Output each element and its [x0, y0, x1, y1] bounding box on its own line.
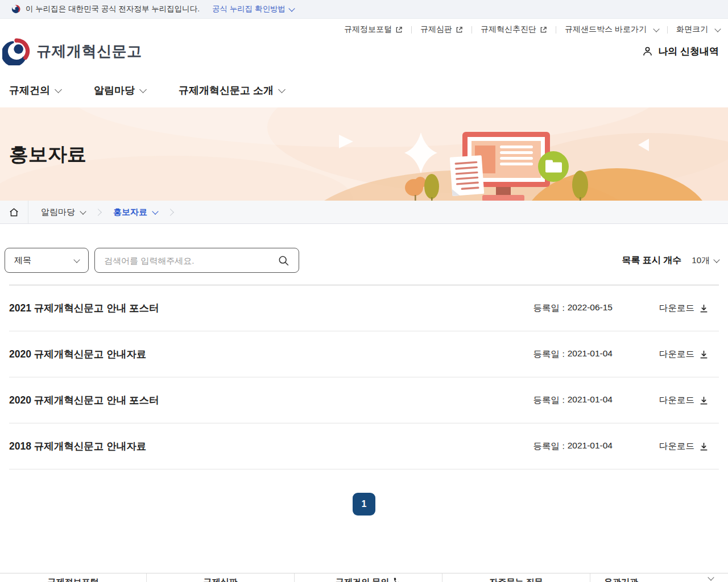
- download-icon: [699, 442, 709, 451]
- search-icon: [278, 255, 289, 267]
- footer-link-reginfo[interactable]: 규제정보포털: [0, 573, 147, 582]
- footer-link-simpan[interactable]: 규제심판: [147, 573, 295, 582]
- page-button-1[interactable]: 1: [353, 493, 375, 516]
- divider: [471, 26, 472, 34]
- utility-link-sandbox[interactable]: 규제샌드박스 바로가기: [565, 24, 659, 35]
- post-title-link[interactable]: 2021 규제개혁신문고 안내 포스터: [9, 301, 533, 315]
- divider: [667, 26, 668, 34]
- chevron-down-icon: [80, 208, 86, 214]
- list-count-group: 목록 표시 개수 10개: [622, 255, 719, 267]
- divider: [556, 26, 556, 34]
- pagination: 1: [9, 493, 719, 516]
- nav-item-notice-board[interactable]: 알림마당: [94, 84, 146, 97]
- chevron-down-icon: [288, 5, 295, 11]
- utility-link-innovation[interactable]: 규제혁신추진단: [481, 24, 547, 35]
- download-button[interactable]: 다운로드: [659, 302, 709, 314]
- chevron-down-icon: [139, 86, 147, 93]
- search-input[interactable]: [104, 256, 276, 265]
- hero-banner: 홍보자료: [0, 107, 728, 201]
- chevron-down-icon: [278, 86, 286, 93]
- breadcrumb-item-notice[interactable]: 알림마당: [28, 201, 96, 223]
- chevron-down-icon: [152, 208, 158, 214]
- official-bar-text: 이 누리집은 대한민국 공식 전자정부 누리집입니다.: [26, 4, 200, 14]
- official-verify-link[interactable]: 공식 누리집 확인방법: [212, 4, 294, 14]
- external-link-icon: [456, 26, 463, 34]
- search-box: [94, 248, 299, 273]
- logo-row: 규제개혁신문고 나의 신청내역: [0, 35, 728, 73]
- divider: [411, 26, 412, 34]
- hero-illustration: [0, 107, 728, 201]
- taegeuk-mini-icon: [11, 5, 20, 14]
- footer-related-sites-select[interactable]: 유관기관: [590, 573, 728, 582]
- external-link-icon: [540, 26, 547, 34]
- table-row: 2021 규제개혁신문고 안내 포스터 등록일 : 2022-06-15 다운로…: [9, 285, 719, 331]
- official-gov-bar: 이 누리집은 대한민국 공식 전자정부 누리집입니다. 공식 누리집 확인방법: [0, 0, 728, 19]
- site-logo[interactable]: 규제개혁신문고: [2, 37, 142, 65]
- person-icon: [642, 45, 653, 57]
- download-icon: [699, 350, 709, 359]
- nav-item-about[interactable]: 규제개혁신문고 소개: [179, 84, 284, 97]
- chevron-down-icon: [713, 256, 719, 263]
- footer-link-faq[interactable]: 자주묻는 질문: [442, 573, 590, 582]
- search-button[interactable]: [276, 253, 291, 268]
- table-row: 2018 규제개혁신문고 안내자료 등록일 : 2021-01-04 다운로드: [9, 423, 719, 469]
- search-category-select[interactable]: 제목: [5, 248, 89, 273]
- download-button[interactable]: 다운로드: [659, 348, 709, 360]
- chevron-down-icon: [73, 256, 80, 263]
- phone-icon: [393, 577, 401, 582]
- nav-item-regulation-proposal[interactable]: 규제건의: [9, 84, 61, 97]
- chevron-down-icon: [714, 26, 721, 32]
- site-name: 규제개혁신문고: [36, 41, 142, 61]
- board-list: 2021 규제개혁신문고 안내 포스터 등록일 : 2022-06-15 다운로…: [9, 285, 719, 469]
- post-title-link[interactable]: 2020 규제개혁신문고 안내자료: [9, 347, 533, 361]
- search-row: 제목 목록 표시 개수 10개: [5, 248, 719, 273]
- download-icon: [699, 396, 709, 405]
- post-date: 등록일 : 2021-01-04: [533, 440, 613, 452]
- gov-emblem-icon: [2, 37, 31, 65]
- global-nav: 규제건의 알림마당 규제개혁신문고 소개: [0, 73, 728, 107]
- utility-link-reginfo[interactable]: 규제정보포털: [344, 24, 403, 35]
- external-link-icon: [395, 26, 403, 34]
- download-button[interactable]: 다운로드: [659, 394, 709, 406]
- footer: 규제정보포털 규제심판 규제건의 문의 자주묻는 질문 유관기관: [0, 573, 728, 582]
- post-title-link[interactable]: 2020 규제개혁신문고 안내 포스터: [9, 393, 533, 407]
- home-icon[interactable]: [0, 201, 28, 223]
- download-button[interactable]: 다운로드: [659, 440, 709, 452]
- breadcrumb-item-current[interactable]: 홍보자료: [101, 201, 168, 223]
- list-count-select[interactable]: 10개: [692, 255, 719, 266]
- post-date: 등록일 : 2021-01-04: [533, 348, 613, 360]
- download-icon: [699, 304, 709, 313]
- post-title-link[interactable]: 2018 규제개혁신문고 안내자료: [9, 439, 533, 453]
- table-row: 2020 규제개혁신문고 안내자료 등록일 : 2021-01-04 다운로드: [9, 331, 719, 377]
- post-date: 등록일 : 2022-06-15: [533, 302, 613, 314]
- chevron-down-icon: [708, 574, 714, 580]
- breadcrumb: 알림마당 홍보자료: [0, 201, 728, 224]
- page-title: 홍보자료: [9, 142, 86, 168]
- main-content: 제목 목록 표시 개수 10개 2021 규제개혁신문고 안내 포스터: [0, 248, 728, 516]
- table-row: 2020 규제개혁신문고 안내 포스터 등록일 : 2021-01-04 다운로…: [9, 377, 719, 423]
- list-count-label: 목록 표시 개수: [622, 255, 681, 267]
- footer-link-contact[interactable]: 규제건의 문의: [295, 573, 442, 582]
- chevron-down-icon: [55, 86, 62, 93]
- chevron-down-icon: [653, 26, 659, 32]
- utility-link-simpan[interactable]: 규제심판: [420, 24, 463, 35]
- page: 이 누리집은 대한민국 공식 전자정부 누리집입니다. 공식 누리집 확인방법 …: [0, 0, 728, 582]
- breadcrumb-separator-icon: [167, 209, 174, 216]
- utility-links: 규제정보포털 규제심판 규제혁신추진단 규제샌드박스 바로가기 화면크기: [0, 19, 728, 35]
- post-date: 등록일 : 2021-01-04: [533, 394, 613, 406]
- utility-link-fontsize[interactable]: 화면크기: [676, 24, 720, 35]
- header: 규제정보포털 규제심판 규제혁신추진단 규제샌드박스 바로가기 화면크기: [0, 19, 728, 73]
- my-applications-link[interactable]: 나의 신청내역: [642, 45, 719, 58]
